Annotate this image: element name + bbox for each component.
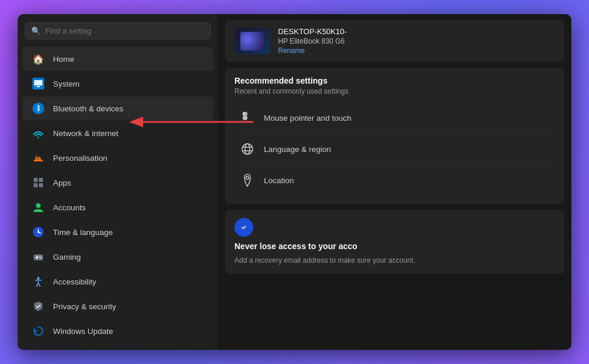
- svg-rect-10: [39, 183, 43, 187]
- svg-rect-9: [34, 183, 38, 187]
- sidebar: 🔍 🏠 Home System: [18, 14, 218, 350]
- setting-language[interactable]: Language & region: [234, 134, 555, 165]
- device-thumb-inner: [240, 32, 264, 51]
- search-icon: 🔍: [31, 27, 41, 35]
- svg-point-28: [246, 177, 249, 180]
- rename-link[interactable]: Rename: [278, 47, 347, 55]
- device-card: DESKTOP-K50K10- HP EliteBook 830 G6 Rena…: [225, 20, 564, 62]
- svg-rect-8: [39, 178, 43, 182]
- svg-point-18: [41, 257, 42, 259]
- settings-window: 🔍 🏠 Home System: [18, 14, 571, 350]
- account-card-desc: Add a recovery email address to make sur…: [234, 256, 555, 266]
- sidebar-label-personalisation: Personalisation: [53, 154, 107, 163]
- device-model: HP EliteBook 830 G6: [278, 37, 347, 45]
- recommended-subtitle: Recent and commonly used settings: [234, 87, 555, 95]
- account-card: Never lose access to your acco Add a rec…: [225, 210, 564, 274]
- search-box[interactable]: 🔍: [25, 22, 211, 39]
- sidebar-item-accounts[interactable]: Accounts: [22, 196, 213, 219]
- location-label: Location: [264, 176, 294, 185]
- system-icon: [32, 77, 45, 90]
- svg-point-5: [38, 137, 39, 138]
- sidebar-item-apps[interactable]: Apps: [22, 171, 213, 194]
- svg-point-13: [38, 231, 39, 233]
- sidebar-label-privacy: Privacy & security: [53, 302, 116, 311]
- bluetooth-icon: ᛒ: [32, 102, 45, 115]
- language-icon: [239, 141, 256, 157]
- sidebar-item-privacy[interactable]: Privacy & security: [22, 294, 213, 318]
- sidebar-label-home: Home: [53, 55, 74, 64]
- language-label: Language & region: [264, 145, 331, 154]
- svg-rect-2: [37, 86, 40, 87]
- sidebar-label-gaming: Gaming: [53, 253, 81, 262]
- mouse-icon: [239, 110, 256, 126]
- time-icon: [32, 226, 45, 239]
- mouse-label: Mouse pointer and touch: [264, 114, 352, 123]
- account-card-title: Never lose access to your acco: [234, 241, 555, 251]
- svg-text:ᛒ: ᛒ: [37, 104, 41, 112]
- setting-mouse[interactable]: Mouse pointer and touch: [234, 102, 555, 134]
- device-name: DESKTOP-K50K10-: [278, 27, 347, 36]
- sidebar-item-accessibility[interactable]: Accessibility: [22, 270, 213, 293]
- sidebar-label-time: Time & language: [53, 228, 113, 237]
- sidebar-item-time[interactable]: Time & language: [22, 220, 213, 244]
- svg-rect-7: [34, 178, 38, 182]
- device-info: DESKTOP-K50K10- HP EliteBook 830 G6 Rena…: [278, 27, 347, 55]
- recommended-title: Recommended settings: [234, 76, 555, 85]
- sidebar-item-personalisation[interactable]: Personalisation: [22, 146, 213, 170]
- sidebar-label-network: Network & internet: [53, 129, 118, 138]
- sidebar-item-network[interactable]: Network & internet: [22, 121, 213, 145]
- sidebar-item-gaming[interactable]: Gaming: [22, 245, 213, 269]
- sidebar-item-home[interactable]: 🏠 Home: [22, 47, 213, 71]
- personalisation-icon: [32, 151, 45, 164]
- sidebar-label-system: System: [53, 80, 80, 88]
- home-icon: 🏠: [32, 52, 45, 65]
- sidebar-label-accounts: Accounts: [53, 203, 86, 212]
- svg-rect-1: [34, 80, 42, 85]
- svg-rect-6: [34, 160, 43, 161]
- main-content: DESKTOP-K50K10- HP EliteBook 830 G6 Rena…: [218, 14, 571, 350]
- sidebar-item-bluetooth[interactable]: ᛒ Bluetooth & devices: [22, 97, 213, 120]
- location-icon: [239, 172, 256, 188]
- sidebar-label-bluetooth: Bluetooth & devices: [53, 104, 123, 113]
- sidebar-label-accessibility: Accessibility: [53, 277, 97, 286]
- sidebar-item-windows-update[interactable]: Windows Update: [22, 319, 213, 343]
- svg-point-19: [37, 277, 39, 279]
- setting-location[interactable]: Location: [234, 165, 555, 196]
- svg-point-17: [39, 256, 41, 257]
- sidebar-label-apps: Apps: [53, 178, 71, 187]
- network-icon: [32, 127, 45, 140]
- device-thumbnail: [234, 28, 270, 54]
- svg-point-24: [242, 144, 253, 154]
- svg-point-25: [245, 144, 250, 154]
- privacy-icon: [32, 300, 45, 313]
- accessibility-icon: [32, 275, 45, 288]
- gaming-icon: [32, 250, 45, 263]
- search-input[interactable]: [45, 27, 204, 35]
- apps-icon: [32, 176, 45, 189]
- sidebar-item-system[interactable]: System: [22, 72, 213, 95]
- sidebar-label-windows-update: Windows Update: [53, 327, 113, 336]
- windows-update-icon: [32, 325, 45, 337]
- shield-badge: [234, 218, 253, 237]
- accounts-icon: [32, 201, 45, 214]
- recommended-settings: Recommended settings Recent and commonly…: [225, 68, 564, 204]
- svg-point-11: [36, 203, 41, 208]
